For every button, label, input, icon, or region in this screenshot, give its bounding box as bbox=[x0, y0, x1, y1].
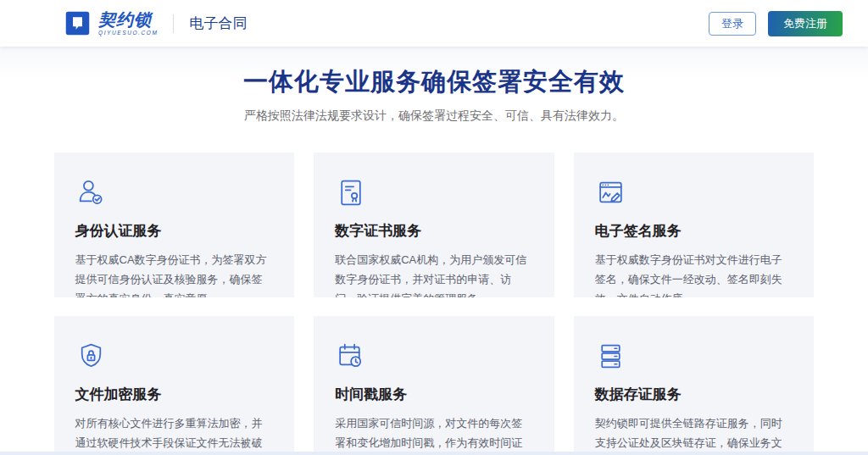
service-card-certificate: 数字证书服务 联合国家权威CA机构，为用户颁发可信数字身份证书，并对证书的申请、… bbox=[314, 153, 554, 297]
service-description: 基于权威数字身份证书对文件进行电子签名，确保文件一经改动、签名即刻失效，文件自动… bbox=[595, 250, 793, 297]
service-description: 联合国家权威CA机构，为用户颁发可信数字身份证书，并对证书的申请、访问、验证提供… bbox=[335, 250, 532, 297]
service-card-encryption: 文件加密服务 对所有核心文件进行多重算法加密，并通过软硬件技术手段保证文件无法被… bbox=[54, 316, 295, 455]
certificate-seal-icon bbox=[335, 177, 532, 208]
top-header: 契约锁 QIYUESUO.COM 电子合同 登录 免费注册 bbox=[0, 0, 868, 47]
service-title: 文件加密服务 bbox=[75, 385, 273, 404]
service-card-identity: 身份认证服务 基于权威CA数字身份证书，为签署双方提供可信身份认证及核验服务，确… bbox=[54, 153, 295, 297]
calendar-clock-icon bbox=[335, 341, 532, 372]
server-stack-icon bbox=[595, 341, 793, 372]
services-grid: 身份认证服务 基于权威CA数字身份证书，为签署双方提供可信身份认证及核验服务，确… bbox=[54, 153, 815, 455]
register-button[interactable]: 免费注册 bbox=[768, 11, 843, 36]
page-title: 一体化专业服务确保签署安全有效 bbox=[0, 65, 868, 99]
service-title: 时间戳服务 bbox=[335, 385, 532, 404]
product-name: 电子合同 bbox=[189, 14, 247, 33]
service-description: 基于权威CA数字身份证书，为签署双方提供可信身份认证及核验服务，确保签署方的真实… bbox=[75, 250, 273, 297]
service-card-signature: 电子签名服务 基于权威数字身份证书对文件进行电子签名，确保文件一经改动、签名即刻… bbox=[574, 153, 815, 297]
service-title: 数字证书服务 bbox=[335, 221, 532, 241]
service-card-timestamp: 时间戳服务 采用国家可信时间源，对文件的每次签署和变化增加时间戳，作为有效时间证… bbox=[314, 316, 554, 455]
service-title: 数据存证服务 bbox=[595, 385, 793, 404]
next-section-edge bbox=[0, 452, 868, 455]
service-card-evidence: 数据存证服务 契约锁即可提供全链路存证服务，同时支持公证处及区块链存证，确保业务… bbox=[574, 316, 815, 455]
service-description: 对所有核心文件进行多重算法加密，并通过软硬件技术手段保证文件无法被破解。 bbox=[75, 413, 273, 455]
login-button[interactable]: 登录 bbox=[709, 12, 756, 36]
page-subtitle: 严格按照法律法规要求设计，确保签署过程安全、可信、具有法律效力。 bbox=[0, 108, 868, 124]
brand-name: 契约锁 bbox=[98, 11, 158, 28]
service-title: 身份认证服务 bbox=[75, 221, 273, 241]
hero-section: 一体化专业服务确保签署安全有效 严格按照法律法规要求设计，确保签署过程安全、可信… bbox=[0, 47, 868, 124]
signature-pen-icon bbox=[595, 177, 793, 208]
service-title: 电子签名服务 bbox=[595, 221, 793, 241]
brand-logo[interactable]: 契约锁 QIYUESUO.COM bbox=[64, 9, 158, 37]
brand-domain: QIYUESUO.COM bbox=[98, 31, 158, 36]
header-divider bbox=[173, 14, 174, 33]
shield-lock-icon bbox=[75, 341, 273, 372]
qiyuesuo-logo-icon bbox=[64, 9, 92, 37]
service-description: 采用国家可信时间源，对文件的每次签署和变化增加时间戳，作为有效时间证据证明文件在… bbox=[335, 413, 532, 455]
service-description: 契约锁即可提供全链路存证服务，同时支持公证处及区块链存证，确保业务文件可核验、过… bbox=[595, 413, 793, 455]
identity-check-icon bbox=[75, 177, 273, 208]
